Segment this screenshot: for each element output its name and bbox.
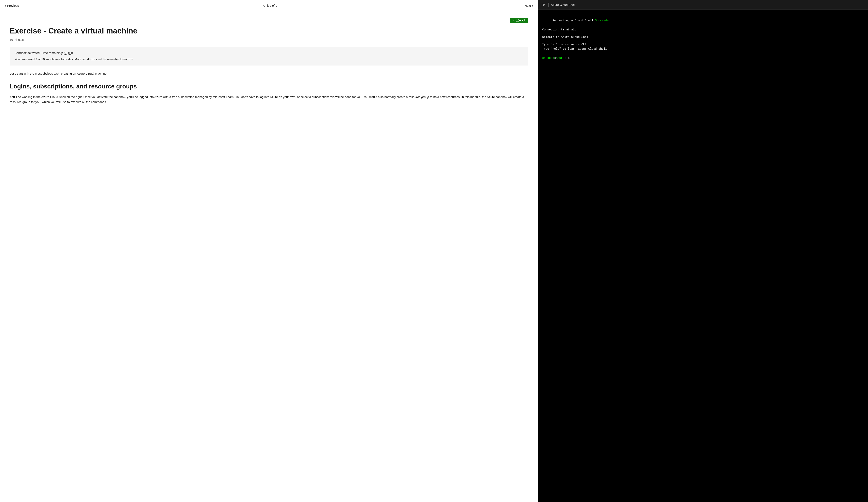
- prompt-dollar: $: [568, 56, 569, 60]
- next-label: Next: [525, 4, 531, 7]
- shell-title: Azure Cloud Shell: [551, 3, 575, 7]
- section-heading: Logins, subscriptions, and resource grou…: [10, 83, 528, 90]
- shell-header-divider: [548, 3, 549, 7]
- content-area: ✓ 100 XP Exercise - Create a virtual mac…: [0, 11, 538, 502]
- intro-text: Let's start with the most obvious task: …: [10, 71, 528, 76]
- time-estimate: 10 minutes: [10, 38, 528, 41]
- refresh-icon[interactable]: ↻: [541, 3, 546, 7]
- chevron-right-icon: ›: [532, 4, 533, 7]
- shell-blank-2: [542, 39, 864, 42]
- body-text-part1: You'll be working in the Azure Cloud She…: [10, 95, 409, 99]
- shell-prompt: sandbox@Azure:~$: [542, 56, 864, 60]
- shell-line-5: Type "help" to learn about Cloud Shell: [542, 47, 864, 51]
- prompt-colon: :: [565, 56, 566, 60]
- shell-line-1-success: Succeeded.: [595, 19, 612, 22]
- nav-bar: ‹ Previous Unit 2 of 9 ⌄ Next ›: [0, 0, 538, 11]
- shell-header: ↻ Azure Cloud Shell: [538, 0, 868, 10]
- xp-badge: ✓ 100 XP: [510, 18, 528, 23]
- shell-line-1-text: Requesting a Cloud Shell.: [552, 19, 595, 22]
- xp-badge-container: ✓ 100 XP: [10, 18, 528, 23]
- body-italic: resource group: [409, 95, 429, 99]
- shell-line-3: Welcome to Azure Cloud Shell: [542, 35, 864, 39]
- shell-blank-1: [542, 32, 864, 35]
- shell-body[interactable]: Requesting a Cloud Shell.Succeeded. Conn…: [538, 10, 868, 502]
- unit-label: Unit 2 of 9: [263, 4, 277, 7]
- left-panel: ‹ Previous Unit 2 of 9 ⌄ Next › ✓ 100 XP…: [0, 0, 538, 502]
- sandbox-time-remaining: Sandbox activated! Time remaining: 58 mi…: [14, 51, 524, 54]
- sandbox-usage-text: You have used 2 of 10 sandboxes for toda…: [14, 57, 524, 62]
- shell-line-4: Type "az" to use Azure CLI: [542, 42, 864, 47]
- chevron-down-icon: ⌄: [278, 4, 280, 7]
- prev-button[interactable]: ‹ Previous: [5, 4, 19, 7]
- shell-line-1: Requesting a Cloud Shell.Succeeded.: [542, 14, 864, 27]
- xp-value: 100 XP: [516, 19, 526, 22]
- body-text: You'll be working in the Azure Cloud She…: [10, 94, 528, 105]
- sandbox-time-value: 58 min: [64, 51, 73, 54]
- shell-blank-3: [542, 51, 864, 54]
- prompt-tilde: ~: [566, 56, 568, 60]
- unit-selector[interactable]: Unit 2 of 9 ⌄: [263, 4, 280, 7]
- shell-line-2: Connecting terminal...: [542, 27, 864, 32]
- chevron-left-icon: ‹: [5, 4, 6, 7]
- sandbox-box: Sandbox activated! Time remaining: 58 mi…: [10, 47, 528, 66]
- right-panel: ↻ Azure Cloud Shell Requesting a Cloud S…: [538, 0, 868, 502]
- prompt-at: @: [554, 56, 556, 60]
- next-button[interactable]: Next ›: [525, 4, 533, 7]
- page-title: Exercise - Create a virtual machine: [10, 27, 528, 36]
- prompt-azure: Azure: [556, 56, 565, 60]
- check-icon: ✓: [513, 19, 515, 22]
- sandbox-time-label: Sandbox activated! Time remaining:: [14, 51, 63, 54]
- prev-label: Previous: [7, 4, 19, 7]
- prompt-sandbox: sandbox: [542, 56, 554, 60]
